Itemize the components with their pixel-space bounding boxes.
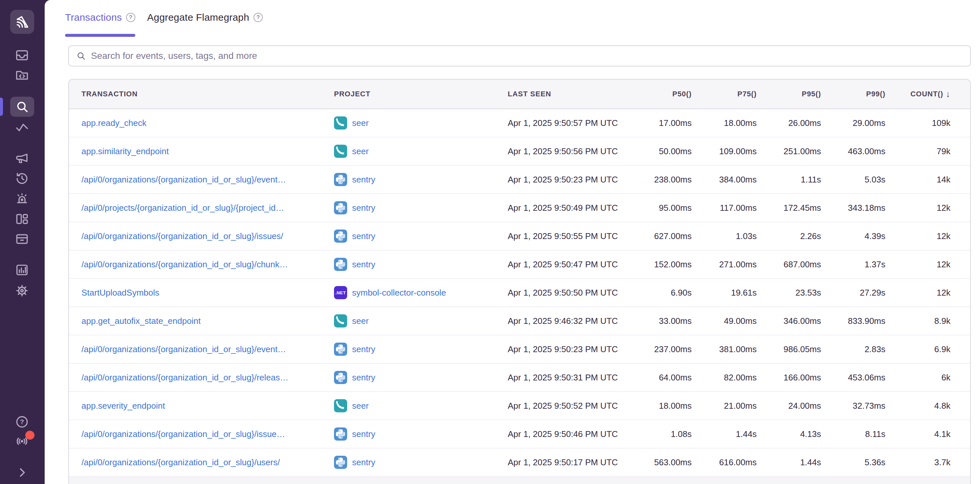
count-cell: 8.9k [885, 316, 970, 326]
project-link[interactable]: sentry [352, 457, 375, 468]
p75-cell: 1.03s [692, 231, 757, 241]
p99-cell: 453.06ms [821, 372, 885, 383]
tab-aggregate-flamegraph[interactable]: Aggregate Flamegraph ? [147, 8, 263, 37]
project-link[interactable]: seer [352, 146, 369, 157]
transaction-link[interactable]: /api/0/organizations/{organization_id_or… [81, 457, 280, 467]
p95-cell: 986.05ms [757, 344, 821, 355]
p50-cell: 237.00ms [629, 344, 692, 355]
project-link[interactable]: sentry [352, 259, 375, 270]
last-seen-cell: Apr 1, 2025 9:50:56 PM UTC [508, 146, 629, 157]
sidebar-item-traces[interactable] [14, 120, 30, 135]
p99-cell: 8.11s [821, 429, 885, 439]
chevron-right-icon [14, 465, 30, 480]
python-project-icon [334, 258, 347, 271]
count-cell: 6k [885, 372, 970, 383]
column-header-project[interactable]: PROJECT [334, 90, 508, 98]
project-cell: seer [334, 117, 508, 129]
p75-cell: 384.00ms [692, 174, 757, 185]
sidebar-item-stats[interactable] [14, 262, 30, 278]
transaction-link[interactable]: app.get_autofix_state_endpoint [81, 316, 200, 326]
count-cell: 12k [885, 203, 970, 213]
p99-cell: 833.90ms [821, 316, 885, 326]
column-header-p99[interactable]: P99() [821, 90, 885, 98]
project-cell: sentry [334, 201, 508, 214]
transaction-cell: /api/0/organizations/{organization_id_or… [69, 344, 334, 355]
p99-cell: 4.39s [821, 231, 885, 241]
python-project-icon [334, 230, 347, 243]
p99-cell: 1.37s [821, 259, 885, 270]
project-link[interactable]: sentry [352, 344, 375, 355]
p95-cell: 26.00ms [757, 118, 821, 128]
help-circle-icon[interactable]: ? [126, 13, 135, 22]
search-bar[interactable] [68, 45, 971, 66]
transaction-link[interactable]: /api/0/projects/{organization_id_or_slug… [81, 203, 284, 213]
project-cell: sentry [334, 427, 508, 441]
p75-cell: 109.00ms [692, 146, 757, 157]
python-project-icon [334, 427, 347, 441]
transaction-link[interactable]: /api/0/organizations/{organization_id_or… [81, 231, 283, 241]
p50-cell: 95.00ms [629, 203, 692, 213]
p99-cell: 463.00ms [821, 146, 885, 157]
p50-cell: 627.00ms [629, 231, 692, 241]
sidebar-item-dashboards[interactable] [14, 211, 30, 227]
sidebar-expand-button[interactable] [14, 465, 30, 480]
sidebar-item-replays[interactable] [14, 171, 30, 186]
project-link[interactable]: sentry [352, 174, 375, 185]
project-link[interactable]: seer [352, 118, 369, 128]
transaction-link[interactable]: /api/0/organizations/{organization_id_or… [81, 429, 285, 439]
sentry-logo[interactable] [10, 10, 34, 34]
main-content: Transactions ? Aggregate Flamegraph ? TR… [45, 0, 980, 484]
sidebar-item-alerts[interactable] [14, 191, 30, 206]
transaction-link[interactable]: app.ready_check [81, 118, 146, 128]
tab-transactions[interactable]: Transactions ? [65, 8, 135, 37]
count-cell: 4.8k [885, 401, 970, 411]
sidebar-item-settings[interactable] [14, 283, 30, 298]
help-circle-icon[interactable]: ? [253, 13, 263, 22]
transaction-cell: /api/0/organizations/{organization_id_or… [69, 174, 334, 185]
transaction-cell: app.ready_check [69, 118, 334, 128]
transaction-link[interactable]: /api/0/organizations/{organization_id_or… [81, 174, 286, 184]
sidebar-item-help[interactable]: ? [14, 414, 30, 430]
p99-cell: 29.00ms [821, 118, 885, 128]
next-row-partial [69, 477, 970, 484]
count-cell: 3.7k [885, 457, 970, 468]
column-header-p50[interactable]: P50() [629, 90, 692, 98]
p99-cell: 27.29s [821, 288, 885, 298]
transaction-link[interactable]: /api/0/organizations/{organization_id_or… [81, 259, 288, 269]
transaction-link[interactable]: /api/0/organizations/{organization_id_or… [81, 372, 288, 382]
p50-cell: 563.00ms [629, 457, 692, 468]
project-link[interactable]: symbol-collector-console [352, 288, 446, 298]
bar-chart-icon [14, 262, 30, 278]
sidebar-item-issues[interactable] [14, 48, 30, 63]
column-header-count[interactable]: COUNT() ↓ [885, 89, 970, 99]
transaction-link[interactable]: StartUploadSymbols [81, 288, 159, 297]
search-input[interactable] [91, 51, 963, 61]
sidebar-item-feedback[interactable] [14, 150, 30, 165]
project-cell: sentry [334, 456, 508, 469]
project-link[interactable]: seer [352, 316, 369, 326]
issues-icon [14, 48, 30, 63]
project-link[interactable]: seer [352, 401, 369, 411]
sidebar-item-search[interactable] [10, 97, 34, 117]
sidebar-item-explore[interactable] [14, 67, 30, 83]
last-seen-cell: Apr 1, 2025 9:50:49 PM UTC [508, 203, 629, 213]
project-link[interactable]: sentry [352, 372, 375, 383]
table-row: /api/0/organizations/{organization_id_or… [69, 364, 970, 392]
column-header-p75[interactable]: P75() [692, 90, 757, 98]
column-header-last-seen[interactable]: LAST SEEN [508, 90, 629, 98]
sidebar-item-whats-new[interactable] [14, 434, 30, 449]
transaction-link[interactable]: app.similarity_endpoint [81, 146, 169, 156]
project-link[interactable]: sentry [352, 231, 375, 241]
transaction-link[interactable]: /api/0/organizations/{organization_id_or… [81, 344, 286, 354]
sidebar-item-archive[interactable] [14, 232, 30, 247]
traces-icon [14, 120, 30, 135]
sort-desc-icon: ↓ [946, 89, 950, 99]
column-header-transaction[interactable]: TRANSACTION [69, 90, 334, 98]
project-cell: sentry [334, 230, 508, 243]
project-link[interactable]: sentry [352, 203, 375, 213]
project-link[interactable]: sentry [352, 429, 375, 439]
column-header-p95[interactable]: P95() [757, 90, 821, 98]
transaction-link[interactable]: app.severity_endpoint [81, 401, 165, 411]
table-row: StartUploadSymbols .NET symbol-collector… [69, 279, 970, 307]
project-cell: seer [334, 145, 508, 158]
